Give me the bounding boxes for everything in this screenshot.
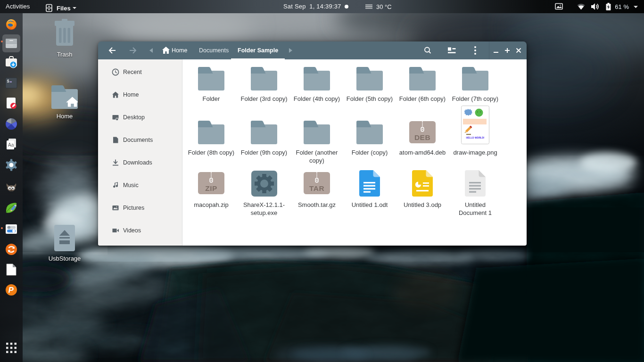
svg-text:TAR: TAR	[309, 184, 324, 192]
svg-text:$: $	[7, 79, 9, 84]
svg-text:ZIP: ZIP	[205, 184, 217, 192]
svg-text:P: P	[8, 286, 14, 295]
svg-text:HELLO WORLD!: HELLO WORLD!	[466, 136, 485, 139]
svg-text:Aa: Aa	[8, 142, 14, 148]
svg-text:DEB: DEB	[414, 133, 430, 141]
